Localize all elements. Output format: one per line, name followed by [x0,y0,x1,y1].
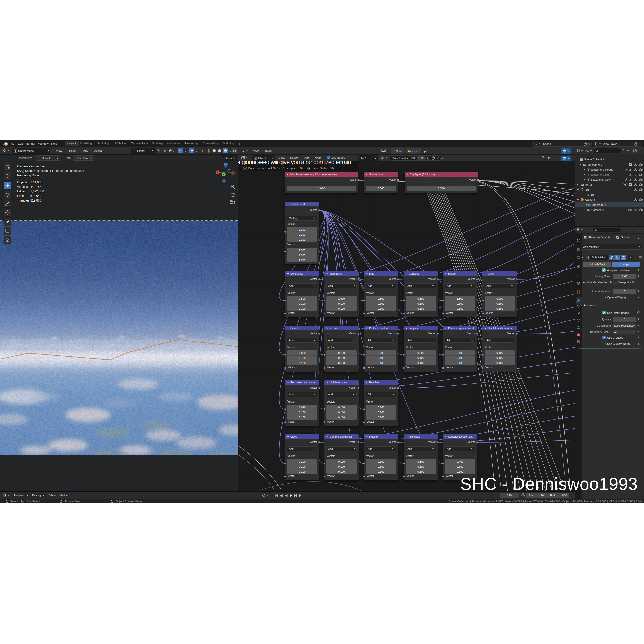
svg-text:Y: Y [223,173,224,176]
svg-text:X: X [217,171,218,174]
svg-text:Z: Z [225,164,226,166]
